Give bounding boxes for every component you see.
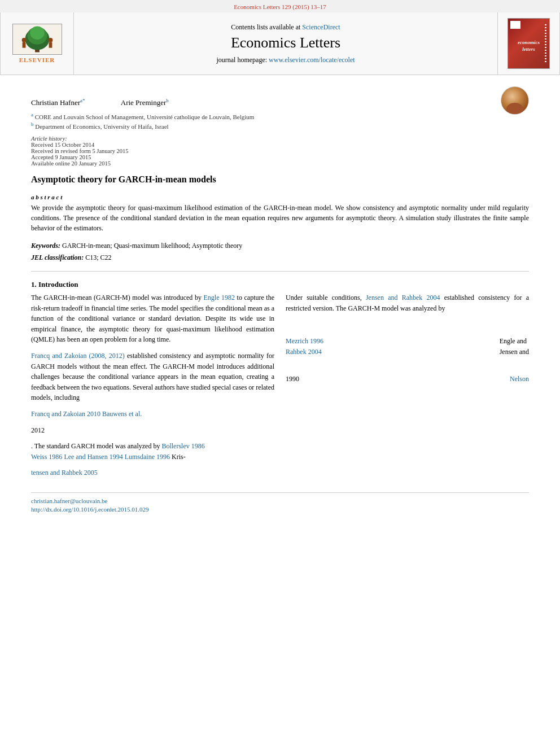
- journal-homepage: journal homepage: www.elsevier.com/locat…: [216, 56, 355, 64]
- col-right: Under suitable conditions, Jensen and Ra…: [286, 292, 529, 484]
- author-line: Christian Hafnera* Arie Premingerb: [31, 98, 529, 107]
- lumsdaine-ref[interactable]: Lumsdaine 1996: [125, 453, 170, 461]
- svg-rect-6: [22, 42, 25, 47]
- cover-elsevier-logo: [510, 21, 520, 29]
- year-2012-para: 2012: [31, 425, 274, 436]
- keywords-label: Keywords:: [31, 242, 60, 250]
- svg-point-5: [21, 38, 26, 42]
- svg-rect-8: [49, 42, 52, 47]
- section-1-header: 1. Introduction: [31, 280, 529, 289]
- abstract-section: a b s t r a c t We provide the asymptoti…: [31, 194, 529, 233]
- keywords-section: Keywords: GARCH-in-mean; Quasi-maximum l…: [31, 242, 529, 250]
- section1-para1: The GARCH-in-mean (GARCH-M) model was in…: [31, 292, 274, 345]
- sciencedirect-link[interactable]: ScienceDirect: [302, 23, 340, 31]
- author-b-superscript: b: [166, 98, 169, 103]
- section1-para3: Francq and Zakoian 2010 Bauwens et al.: [31, 409, 274, 420]
- section1-para2: Francq and Zakoian (2008, 2012) establis…: [31, 351, 274, 403]
- affiliation-a: a CORE and Louvain School of Management,…: [31, 112, 529, 120]
- svg-point-4: [30, 26, 44, 39]
- section2-para1: Under suitable conditions, Jensen and Ra…: [286, 292, 529, 313]
- jel-codes: C13; C22: [85, 254, 111, 261]
- section1-para4: . The standard GARCH model was analyzed …: [31, 441, 274, 462]
- elsevier-brand-text: ELSEVIER: [19, 56, 55, 63]
- jensen-rahbek-ref[interactable]: Jensen and Rahbek 2004: [366, 294, 440, 302]
- homepage-link[interactable]: www.elsevier.com/locate/ecolet: [269, 56, 355, 64]
- abstract-label: a b s t r a c t: [31, 194, 529, 200]
- engle-and-ref: Engle and Jensen and: [500, 336, 529, 357]
- lee-hansen-ref[interactable]: Lee and Hansen 1994: [64, 453, 123, 461]
- top-bar: Economics Letters 129 (2015) 13–17: [0, 0, 560, 12]
- cover-journal-text: economics letters: [518, 40, 540, 53]
- keywords-text: GARCH-in-mean; Quasi-maximum likelihood;…: [62, 242, 242, 250]
- header-right: economics letters: [497, 12, 559, 75]
- article-title: Asymptotic theory for GARCH-in-mean mode…: [31, 173, 529, 186]
- mezrich-ref[interactable]: Mezrich 1996: [286, 337, 323, 345]
- main-content: Christian Hafnera* Arie Premingerb a COR…: [0, 75, 560, 524]
- footer-email[interactable]: christian.hafner@uclouvain.be: [31, 497, 529, 504]
- content-divider: [31, 271, 529, 272]
- weiss-ref[interactable]: Weiss 1986: [31, 453, 62, 461]
- jel-section: JEL classification: C13; C22: [31, 254, 529, 262]
- header-area: ELSEVIER Contents lists available at Sci…: [0, 12, 560, 75]
- mezrich-ref-text: Mezrich 1996 Rahbek 2004: [286, 336, 323, 357]
- affiliation-b: b Department of Economics, University of…: [31, 121, 529, 130]
- journal-cover-image: economics letters: [508, 18, 550, 69]
- rahbek-2004-ref[interactable]: Rahbek 2004: [286, 348, 322, 356]
- nelson-ref-text: Nelson: [510, 374, 529, 385]
- bollerslev-ref[interactable]: Bollerslev 1986: [161, 442, 204, 450]
- tensen-para: tensen and Rahbek 2005: [31, 468, 274, 478]
- engle-1982-ref[interactable]: Engle 1982: [203, 294, 235, 302]
- francq-zakoian-ref[interactable]: Francq and Zakoian (2008, 2012): [31, 352, 125, 360]
- author-a-superscript: a*: [80, 98, 85, 103]
- bauwens-ref[interactable]: Bauwens et al.: [102, 410, 142, 418]
- header-center: Contents lists available at ScienceDirec…: [74, 12, 497, 75]
- footer-section: christian.hafner@uclouvain.be http://dx.…: [31, 492, 529, 513]
- portrait-body: [506, 103, 523, 115]
- footer-doi[interactable]: http://dx.doi.org/10.1016/j.econlet.2015…: [31, 506, 529, 513]
- elsevier-tree-logo: [12, 24, 62, 55]
- page-wrapper: Economics Letters 129 (2015) 13–17: [0, 0, 560, 747]
- francq-zakoian-2010-ref[interactable]: Francq and Zakoian 2010: [31, 410, 100, 418]
- journal-title: Economics Letters: [231, 34, 340, 51]
- nelson-ref[interactable]: Nelson: [510, 375, 529, 383]
- col-left: The GARCH-in-mean (GARCH-M) model was in…: [31, 292, 274, 484]
- section-1: 1. Introduction The GARCH-in-mean (GARCH…: [31, 280, 529, 484]
- year-1990-text: 1990: [286, 374, 299, 385]
- header-left: ELSEVIER: [1, 12, 74, 75]
- cover-decoration: [545, 24, 546, 63]
- article-info-box: Article history: Received 15 October 201…: [31, 136, 529, 167]
- jel-label: JEL classification:: [31, 254, 84, 261]
- sciencedirect-line: Contents lists available at ScienceDirec…: [231, 23, 340, 32]
- journal-citation: Economics Letters 129 (2015) 13–17: [234, 3, 326, 10]
- abstract-text: We provide the asymptotic theory for qua…: [31, 203, 529, 233]
- two-col-layout: The GARCH-in-mean (GARCH-M) model was in…: [31, 292, 529, 484]
- author-portrait: [501, 86, 529, 115]
- tensen-ref[interactable]: tensen and Rahbek 2005: [31, 469, 98, 477]
- svg-point-7: [48, 38, 53, 42]
